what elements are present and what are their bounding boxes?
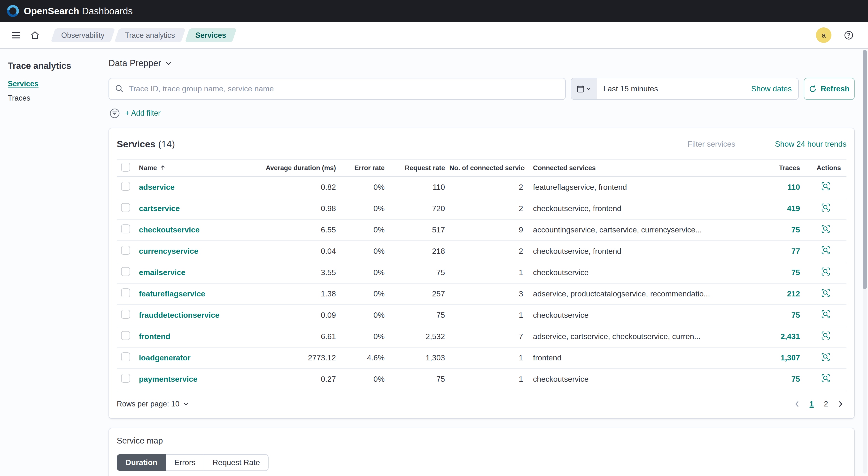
view-traces-icon[interactable] [821, 288, 831, 298]
view-traces-icon[interactable] [821, 181, 831, 191]
column-header-name[interactable]: Name [136, 164, 255, 172]
service-name-link[interactable]: cartservice [139, 204, 180, 213]
name-cell: emailservice [136, 268, 255, 277]
column-header-error-rate[interactable]: Error rate [338, 164, 387, 172]
map-metric-duration-button[interactable]: Duration [117, 454, 166, 471]
actions-cell [802, 224, 846, 236]
service-name-link[interactable]: loadgenerator [139, 353, 190, 362]
menu-button[interactable] [6, 26, 25, 44]
home-button[interactable] [25, 26, 44, 44]
avatar[interactable]: a [816, 27, 831, 43]
traces-link[interactable]: 75 [792, 375, 800, 383]
prev-page-button[interactable] [791, 397, 803, 411]
nav-bar: Observability Trace analytics Services a [0, 22, 868, 49]
view-traces-icon[interactable] [821, 267, 831, 276]
column-header-traces[interactable]: Traces [738, 164, 802, 172]
traces-cell: 75 [738, 375, 802, 384]
service-name-link[interactable]: emailservice [139, 268, 185, 277]
view-traces-icon[interactable] [821, 352, 831, 362]
service-name-link[interactable]: frontend [139, 332, 170, 341]
search-input[interactable] [108, 78, 566, 100]
view-traces-icon[interactable] [821, 203, 831, 212]
breadcrumb: Observability Trace analytics Services [53, 28, 238, 42]
column-header-connected-count[interactable]: No. of connected services [447, 164, 525, 172]
view-traces-icon[interactable] [821, 224, 831, 234]
breadcrumb-item-services[interactable]: Services [185, 28, 237, 42]
next-page-button[interactable] [834, 397, 846, 411]
nav-right: a [816, 26, 861, 44]
data-source-select[interactable]: Data Prepper [108, 58, 172, 68]
row-checkbox[interactable] [121, 352, 130, 361]
traces-link[interactable]: 1,307 [781, 353, 800, 362]
search-box [108, 78, 566, 100]
scrollbar-thumb[interactable] [863, 50, 867, 289]
sidebar-item-traces[interactable]: Traces [8, 94, 101, 102]
row-checkbox[interactable] [121, 225, 130, 233]
service-name-link[interactable]: currencyservice [139, 247, 198, 256]
sidebar-item-services[interactable]: Services [8, 80, 101, 88]
calendar-icon [577, 85, 584, 93]
page-1-button[interactable]: 1 [806, 397, 817, 411]
traces-link[interactable]: 212 [787, 289, 800, 298]
traces-link[interactable]: 75 [792, 268, 800, 277]
map-metric-errors-button[interactable]: Errors [166, 454, 205, 471]
view-traces-icon[interactable] [821, 309, 831, 319]
row-checkbox[interactable] [121, 310, 130, 319]
service-name-link[interactable]: checkoutservice [139, 226, 199, 234]
traces-cell: 1,307 [738, 353, 802, 362]
connected-services-cell: featureflagservice, frontend [525, 183, 739, 192]
add-filter-button[interactable]: + Add filter [125, 109, 161, 118]
column-header-avg-duration[interactable]: Average duration (ms) [255, 164, 338, 172]
help-button[interactable] [839, 26, 858, 44]
breadcrumb-item-observability[interactable]: Observability [51, 28, 115, 42]
traces-link[interactable]: 2,431 [781, 332, 800, 341]
avg-duration-cell: 6.55 [255, 226, 338, 234]
name-cell: checkoutservice [136, 226, 255, 234]
page-2-button[interactable]: 2 [820, 397, 832, 411]
table-row: checkoutservice 6.55 0% 517 9 accounting… [117, 219, 846, 241]
map-metric-request-rate-button[interactable]: Request Rate [204, 454, 269, 471]
service-name-link[interactable]: adservice [139, 183, 175, 191]
column-header-connected-services[interactable]: Connected services [525, 164, 739, 172]
service-name-link[interactable]: frauddetectionservice [139, 311, 219, 320]
table-row: featureflagservice 1.38 0% 257 3 adservi… [117, 284, 846, 305]
column-header-request-rate[interactable]: Request rate [387, 164, 447, 172]
service-name-link[interactable]: paymentservice [139, 375, 197, 383]
filter-icon [110, 108, 120, 118]
service-name-link[interactable]: featureflagservice [139, 289, 205, 298]
select-all-checkbox[interactable] [121, 162, 130, 172]
calendar-dropdown-button[interactable] [571, 78, 597, 99]
actions-cell [802, 203, 846, 214]
traces-link[interactable]: 75 [792, 311, 800, 320]
view-traces-icon[interactable] [821, 331, 831, 340]
scrollbar [863, 50, 867, 474]
time-range-button[interactable]: Last 15 minutes [597, 78, 665, 99]
traces-link[interactable]: 110 [787, 183, 800, 191]
row-checkbox[interactable] [121, 203, 130, 212]
view-traces-icon[interactable] [821, 245, 831, 255]
filter-services-input[interactable] [688, 140, 754, 149]
avg-duration-cell: 1.38 [255, 289, 338, 298]
row-checkbox-cell [117, 225, 136, 235]
traces-cell: 75 [738, 311, 802, 320]
show-trends-link[interactable]: Show 24 hour trends [775, 140, 846, 149]
breadcrumb-item-trace-analytics[interactable]: Trace analytics [115, 28, 186, 42]
refresh-button[interactable]: Refresh [804, 78, 855, 100]
row-checkbox[interactable] [121, 289, 130, 297]
avatar-initial: a [822, 31, 826, 39]
rows-per-page-button[interactable]: Rows per page: 10 [117, 400, 189, 408]
row-checkbox[interactable] [121, 246, 130, 255]
row-checkbox[interactable] [121, 374, 130, 383]
row-checkbox[interactable] [121, 182, 130, 191]
traces-link[interactable]: 75 [792, 226, 800, 234]
row-checkbox[interactable] [121, 267, 130, 276]
row-checkbox[interactable] [121, 331, 130, 340]
refresh-icon [809, 85, 817, 93]
show-dates-button[interactable]: Show dates [744, 78, 798, 99]
row-checkbox-cell [117, 310, 136, 321]
error-rate-cell: 0% [338, 311, 387, 320]
traces-link[interactable]: 419 [787, 204, 800, 213]
connected-services-cell: frontend [525, 353, 739, 362]
view-traces-icon[interactable] [821, 374, 831, 383]
traces-link[interactable]: 77 [792, 247, 800, 256]
